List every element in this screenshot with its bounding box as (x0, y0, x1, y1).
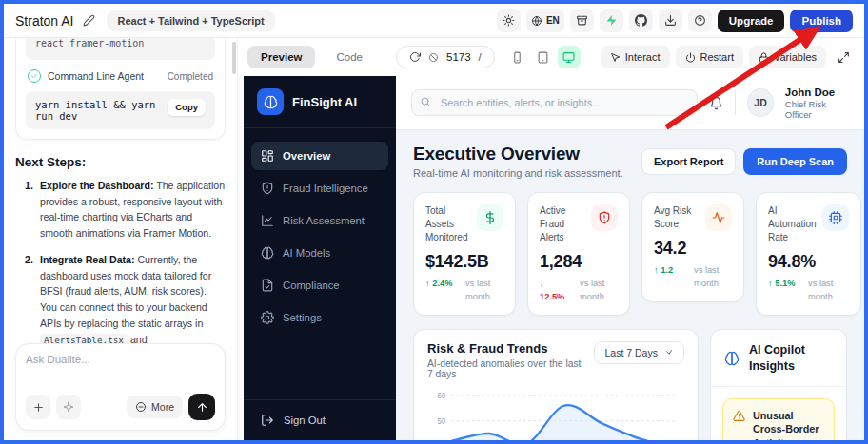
stat-card-total-assets: Total Assets Monitored $142.5B ↑ 2.4%vs … (413, 192, 516, 316)
copy-button[interactable]: Copy (168, 99, 206, 116)
sidebar-item-label: Risk Assessment (283, 215, 365, 226)
preview-panel: Preview Code 5173 / Interact Resta (238, 38, 864, 440)
dashboard-content: Executive Overview Real-time AI monitori… (396, 130, 864, 440)
refresh-icon[interactable] (409, 51, 421, 63)
sidebar-item-label: Settings (283, 312, 322, 323)
send-button[interactable] (188, 394, 215, 420)
stat-value: $142.5B (425, 252, 503, 272)
cursor-icon (610, 52, 621, 63)
tablet-icon (537, 51, 549, 64)
code-block-run-command: yarn install && yarn run dev Copy (26, 91, 215, 129)
publish-button[interactable]: Publish (790, 10, 853, 32)
desktop-app-button[interactable] (570, 9, 594, 32)
github-button[interactable] (629, 9, 653, 32)
mobile-view-button[interactable] (506, 46, 529, 68)
brain-icon (724, 351, 740, 366)
file-check-icon (261, 279, 274, 292)
url-bar[interactable]: 5173 / (396, 46, 495, 68)
tab-code[interactable]: Code (323, 46, 376, 68)
interact-button[interactable]: Interact (601, 46, 670, 68)
export-download-button[interactable] (659, 9, 682, 32)
preview-actions: Interact Restart Variables (601, 46, 855, 68)
insight-card[interactable]: Unusual Cross-Border Activity AI model (722, 398, 835, 440)
export-report-button[interactable]: Export Report (641, 148, 736, 175)
sparkle-icon (63, 401, 74, 413)
delta-value: 2.4% (432, 279, 452, 288)
dollar-icon (477, 204, 503, 231)
attach-button[interactable] (26, 395, 50, 419)
chat-scrollbar[interactable] (232, 42, 236, 74)
delta-value: 5.1% (775, 279, 795, 288)
delta-value: 1.2 (661, 265, 673, 275)
variables-button[interactable]: Variables (749, 46, 826, 68)
language-button[interactable]: EN (526, 9, 564, 32)
arrow-up-icon (196, 401, 208, 414)
sun-icon (503, 14, 515, 27)
sidebar-item-label: Overview (283, 150, 330, 162)
stat-card-fraud-alerts: Active Fraud Alerts 1,284 ↓ 12.5%vs last… (527, 192, 630, 316)
upgrade-button[interactable]: Upgrade (718, 10, 785, 32)
minus-circle-icon (135, 401, 147, 413)
trends-line-chart: 605040 (427, 387, 684, 440)
notifications-button[interactable] (709, 96, 723, 110)
cpu-icon (822, 204, 849, 231)
gear-icon (261, 311, 274, 324)
enhance-prompt-button[interactable] (56, 395, 81, 419)
search-input[interactable] (411, 89, 698, 116)
lightning-icon (605, 14, 618, 27)
sidebar-item-settings[interactable]: Settings (251, 303, 388, 332)
time-range-dropdown[interactable]: Last 7 Days (594, 341, 683, 364)
page-subtitle: Real-time AI monitoring and risk assessm… (413, 167, 623, 179)
sidebar-item-ai-models[interactable]: AI Models (251, 239, 388, 267)
sidebar-item-risk-assessment[interactable]: Risk Assessment (251, 206, 388, 235)
insight-title: Unusual Cross-Border Activity (753, 409, 824, 440)
sidebar-item-overview[interactable]: Overview (251, 142, 388, 170)
step-item-1: 1.Explore the Dashboard: The application… (25, 178, 226, 241)
search-icon (420, 96, 431, 107)
trend-arrow-icon: ↑ (768, 279, 773, 288)
stat-label: AI Automation Rate (768, 204, 817, 244)
edit-project-name-button[interactable] (83, 14, 95, 27)
supabase-button[interactable] (600, 9, 623, 32)
tab-preview[interactable]: Preview (247, 46, 315, 68)
chat-scroll-area[interactable]: yarn add echarts echarts-for-react frame… (4, 38, 237, 353)
step-number: 1. (25, 178, 33, 194)
dashboard-search (411, 89, 698, 116)
globe-icon (531, 15, 542, 27)
dashboard-sidebar: FinSight AI Overview Fraud Intelligence … (244, 76, 396, 440)
slash-circle-icon (428, 52, 439, 63)
agent-name: Command Line Agent (48, 70, 144, 82)
desktop-view-button[interactable] (558, 46, 581, 68)
next-steps-title: Next Steps: (15, 155, 226, 169)
bottom-row: Risk & Fraud Trends AI-detected anomalie… (413, 329, 847, 440)
brain-icon (261, 246, 274, 260)
help-button[interactable] (688, 9, 712, 32)
fullscreen-button[interactable] (832, 46, 855, 68)
shield-alert-icon (261, 182, 274, 195)
power-icon (685, 52, 696, 63)
restart-button[interactable]: Restart (676, 46, 743, 68)
preview-toolbar: Preview Code 5173 / Interact Resta (238, 38, 864, 76)
dashboard-grid-icon (261, 149, 274, 163)
avatar[interactable]: JD (747, 88, 774, 117)
chat-input[interactable] (26, 354, 215, 378)
sidebar-item-compliance[interactable]: Compliance (251, 271, 388, 299)
sidebar-item-fraud-intelligence[interactable]: Fraud Intelligence (251, 174, 388, 203)
theme-toggle-button[interactable] (497, 9, 521, 32)
tablet-view-button[interactable] (532, 46, 555, 68)
help-icon (694, 14, 706, 27)
svg-text:60: 60 (437, 391, 445, 401)
header-right: JD John Doe Chief Risk Officer (709, 86, 849, 120)
trend-arrow-icon: ↑ (654, 265, 659, 275)
ai-copilot-card: AI Copilot Insights Unusual Cross-Border… (710, 329, 847, 440)
sign-out-button[interactable]: Sign Out (244, 399, 396, 440)
stat-value: 1,284 (540, 252, 618, 272)
brand-row: FinSight AI (244, 76, 396, 128)
run-deep-scan-button[interactable]: Run Deep Scan (743, 148, 847, 175)
page-title-row: Executive Overview Real-time AI monitori… (413, 144, 847, 179)
plus-icon (32, 401, 45, 414)
more-button[interactable]: More (127, 396, 183, 418)
trend-arrow-icon: ↓ (540, 279, 544, 288)
brand-name: FinSight AI (292, 95, 357, 109)
step-lead: Explore the Dashboard: (40, 180, 154, 191)
